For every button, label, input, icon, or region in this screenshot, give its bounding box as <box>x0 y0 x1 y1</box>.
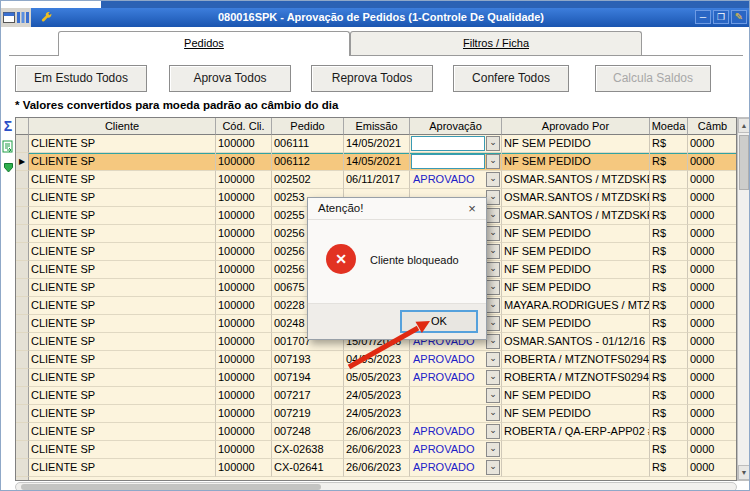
scroll-down-button[interactable]: ▼ <box>738 465 750 480</box>
cell-cod-cli[interactable]: 100000 <box>216 243 272 261</box>
cell-cod-cli[interactable]: 100000 <box>216 171 272 189</box>
cell-cod-cli[interactable]: 100000 <box>216 369 272 387</box>
cell-cod-cli[interactable]: 100000 <box>216 225 272 243</box>
ok-button[interactable]: OK <box>400 310 478 333</box>
header-pedido[interactable]: Pedido <box>272 118 344 135</box>
dropdown-button[interactable]: ⌄ <box>486 388 500 403</box>
cell-moeda[interactable]: R$ <box>650 315 688 333</box>
row-selector[interactable] <box>16 351 29 369</box>
edit-pencil-button[interactable]: ✎ <box>731 10 747 24</box>
cell-aprovado-por[interactable]: OSMAR.SANTOS - 01/12/16 <box>502 333 650 351</box>
scroll-up-button[interactable]: ▲ <box>738 118 750 133</box>
header-cod-cli[interactable]: Cód. Cli. <box>216 118 272 135</box>
cell-aprovado-por[interactable]: OSMAR.SANTOS / MTZDSKF9 <box>502 171 650 189</box>
cell-pedido[interactable]: CX-02638 <box>272 441 344 459</box>
row-selector[interactable] <box>16 279 29 297</box>
cell-aprovado-por[interactable]: OSMAR.SANTOS / MTZDSKF9 <box>502 189 650 207</box>
cell-cod-cli[interactable]: 100000 <box>216 153 272 171</box>
cell-pedido[interactable]: 006112 <box>272 153 344 171</box>
cell-aprovacao[interactable]: APROVADO ⌄ <box>410 369 502 387</box>
row-selector[interactable] <box>16 189 29 207</box>
dropdown-button[interactable]: ⌄ <box>486 262 500 277</box>
cell-aprovado-por[interactable]: MAYARA.RODRIGUES / MTZ <box>502 297 650 315</box>
cell-moeda[interactable]: R$ <box>650 279 688 297</box>
dropdown-button[interactable]: ⌄ <box>486 370 500 385</box>
row-selector[interactable] <box>16 207 29 225</box>
cell-moeda[interactable]: R$ <box>650 297 688 315</box>
cell-camb[interactable]: 0000 <box>688 459 737 477</box>
cell-aprovacao[interactable]: ⌄ <box>410 387 502 405</box>
cell-aprovado-por[interactable]: ROBERTA / QA-ERP-APP02 # <box>502 423 650 441</box>
table-row[interactable]: CLIENTE SP 100000 007248 26/06/2023 APRO… <box>16 423 736 441</box>
cell-moeda[interactable]: R$ <box>650 261 688 279</box>
cell-pedido[interactable]: 006111 <box>272 135 344 153</box>
cell-emissao[interactable]: 04/05/2023 <box>344 351 410 369</box>
cell-camb[interactable]: 0000 <box>688 225 737 243</box>
cell-cliente[interactable]: CLIENTE SP <box>29 405 216 423</box>
cell-camb[interactable]: 0000 <box>688 405 737 423</box>
cell-camb[interactable]: 0000 <box>688 279 737 297</box>
cell-aprovacao[interactable]: ⌄ <box>410 135 502 153</box>
cell-aprovado-por[interactable] <box>502 441 650 459</box>
dropdown-button[interactable]: ⌄ <box>486 460 500 475</box>
cell-moeda[interactable]: R$ <box>650 423 688 441</box>
cell-cliente[interactable]: CLIENTE SP <box>29 387 216 405</box>
cell-camb[interactable]: 0000 <box>688 297 737 315</box>
row-selector[interactable] <box>16 243 29 261</box>
cell-aprovado-por[interactable]: NF SEM PEDIDO <box>502 243 650 261</box>
cell-aprovado-por[interactable]: NF SEM PEDIDO <box>502 315 650 333</box>
cell-cliente[interactable]: CLIENTE SP <box>29 261 216 279</box>
row-selector[interactable] <box>16 297 29 315</box>
cell-camb[interactable]: 0000 <box>688 153 737 171</box>
cell-aprovado-por[interactable]: NF SEM PEDIDO <box>502 387 650 405</box>
cell-cliente[interactable]: CLIENTE SP <box>29 207 216 225</box>
cell-camb[interactable]: 0000 <box>688 189 737 207</box>
row-selector[interactable] <box>16 171 29 189</box>
cell-moeda[interactable]: R$ <box>650 171 688 189</box>
table-row[interactable]: CLIENTE SP 100000 CX-02638 26/06/2023 AP… <box>16 441 736 459</box>
cell-moeda[interactable]: R$ <box>650 153 688 171</box>
row-selector[interactable] <box>16 459 29 477</box>
cell-cliente[interactable]: CLIENTE SP <box>29 315 216 333</box>
cell-pedido[interactable]: 007248 <box>272 423 344 441</box>
window-icon[interactable] <box>3 12 15 23</box>
cell-moeda[interactable]: R$ <box>650 135 688 153</box>
cell-cliente[interactable]: CLIENTE SP <box>29 279 216 297</box>
maximize-button[interactable]: ❐ <box>713 10 729 24</box>
table-row[interactable]: CLIENTE SP 100000 007219 24/05/2023 ⌄ NF… <box>16 405 736 423</box>
close-icon[interactable]: × <box>464 201 480 217</box>
cell-cliente[interactable]: CLIENTE SP <box>29 225 216 243</box>
dropdown-button[interactable]: ⌄ <box>486 424 500 439</box>
cell-cliente[interactable]: CLIENTE SP <box>29 423 216 441</box>
confere-todos-button[interactable]: Confere Todos <box>453 65 569 92</box>
dropdown-button[interactable]: ⌄ <box>486 298 500 313</box>
cell-cliente[interactable]: CLIENTE SP <box>29 333 216 351</box>
cell-camb[interactable]: 0000 <box>688 315 737 333</box>
row-selector[interactable] <box>16 423 29 441</box>
table-row[interactable]: CLIENTE SP 100000 002502 06/11/2017 APRO… <box>16 171 736 189</box>
cell-aprovacao[interactable]: ⌄ <box>410 405 502 423</box>
dropdown-button[interactable]: ⌄ <box>486 136 500 151</box>
cell-aprovado-por[interactable]: NF SEM PEDIDO <box>502 225 650 243</box>
cell-cliente[interactable]: CLIENTE SP <box>29 189 216 207</box>
header-aprovacao[interactable]: Aprovação <box>410 118 502 135</box>
cell-emissao[interactable]: 14/05/2021 <box>344 153 410 171</box>
dropdown-button[interactable]: ⌄ <box>486 154 500 169</box>
cell-moeda[interactable]: R$ <box>650 225 688 243</box>
row-selector[interactable] <box>16 261 29 279</box>
cell-aprovado-por[interactable]: ROBERTA / MTZNOTFS02943 <box>502 369 650 387</box>
cell-cod-cli[interactable]: 100000 <box>216 261 272 279</box>
dropdown-button[interactable]: ⌄ <box>486 442 500 457</box>
row-selector[interactable] <box>16 405 29 423</box>
cell-emissao[interactable]: 26/06/2023 <box>344 441 410 459</box>
cell-moeda[interactable]: R$ <box>650 351 688 369</box>
cell-aprovado-por[interactable]: ROBERTA / MTZNOTFS02943 <box>502 351 650 369</box>
cell-pedido[interactable]: CX-02641 <box>272 459 344 477</box>
row-selector[interactable] <box>16 315 29 333</box>
cell-aprovacao[interactable]: APROVADO ⌄ <box>410 423 502 441</box>
row-selector[interactable] <box>16 333 29 351</box>
dropdown-button[interactable]: ⌄ <box>486 226 500 241</box>
row-selector[interactable] <box>16 135 29 153</box>
cell-cod-cli[interactable]: 100000 <box>216 207 272 225</box>
cell-camb[interactable]: 0000 <box>688 243 737 261</box>
